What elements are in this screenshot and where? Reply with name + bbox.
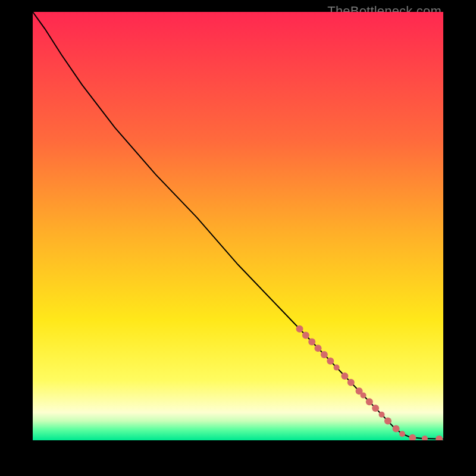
chart-container: TheBottleneck.com bbox=[0, 0, 476, 476]
data-marker bbox=[321, 351, 328, 358]
data-marker bbox=[379, 412, 385, 418]
data-marker bbox=[327, 358, 334, 365]
gradient-background bbox=[33, 12, 443, 440]
data-marker bbox=[384, 418, 392, 425]
data-marker bbox=[361, 392, 367, 398]
data-marker bbox=[296, 325, 303, 333]
data-marker bbox=[399, 431, 405, 437]
chart-svg bbox=[33, 12, 443, 440]
data-marker bbox=[315, 345, 322, 352]
data-marker bbox=[393, 425, 400, 433]
data-marker bbox=[366, 398, 373, 405]
data-marker bbox=[347, 379, 355, 386]
data-marker bbox=[308, 338, 315, 345]
data-marker bbox=[302, 332, 309, 339]
data-marker bbox=[372, 405, 379, 412]
data-marker bbox=[341, 372, 348, 380]
data-marker bbox=[334, 365, 340, 371]
plot-area bbox=[33, 12, 443, 440]
